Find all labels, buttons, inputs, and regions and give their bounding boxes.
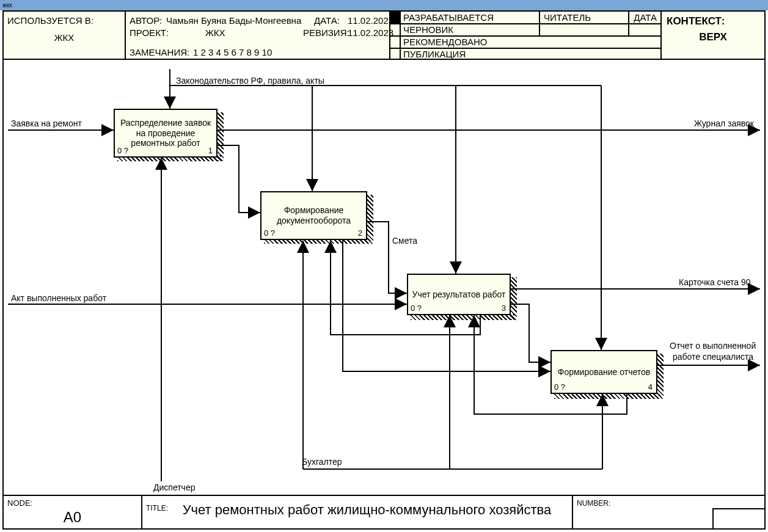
- status-date: ДАТА: [631, 12, 660, 24]
- block3-idx-r: 3: [502, 304, 506, 313]
- context-label: КОНТЕКСТ:: [667, 15, 759, 27]
- output-account-card: Карточка счета 90: [679, 277, 751, 287]
- block3-idx-l: 0 ?: [411, 304, 422, 313]
- used-in-label: ИСПОЛЬЗУЕТСЯ В:: [7, 15, 93, 26]
- date-label: ДАТА:: [314, 15, 340, 26]
- status-publication: ПУБЛИКАЦИЯ: [401, 48, 466, 60]
- block4-idx-r: 4: [648, 382, 653, 392]
- diagram-canvas: Законодательство РФ, правила, акты Заявк…: [4, 60, 764, 495]
- status-developing: РАЗРАБАТЫВАЕТСЯ: [401, 12, 539, 24]
- title-label: TITLE:: [146, 504, 168, 512]
- block-3-wrapper: Учет результатов работ 0 ? 3: [407, 274, 514, 320]
- input-work-act: Акт выполненных работ: [11, 293, 106, 303]
- block2-idx-l: 0 ?: [264, 228, 275, 238]
- context-box: КОНТЕКСТ: ВЕРХ: [660, 12, 764, 60]
- block4-idx-l: 0 ?: [554, 382, 565, 392]
- block2-title: Формирование документооборота: [264, 205, 364, 226]
- context-value: ВЕРХ: [667, 31, 759, 43]
- block4-title: Формирование отчетов: [558, 367, 651, 377]
- number-label: NUMBER:: [577, 499, 610, 508]
- status-table: РАЗРАБАТЫВАЕТСЯ ЧИТАТЕЛЬ ДАТА ЧЕРНОВИК Р…: [390, 12, 660, 60]
- output-request-journal: Журнал заявок: [694, 118, 754, 128]
- block3-title: Учет результатов работ: [412, 290, 506, 300]
- project-label: ПРОЕКТ:: [130, 27, 169, 38]
- block-distribute-requests: Распределение заявок на проведение ремон…: [114, 109, 218, 158]
- notes-value: 1 2 3 4 5 6 7 8 9 10: [193, 47, 272, 57]
- status-draft: ЧЕРНОВИК: [401, 24, 453, 36]
- block-document-flow: Формирование документооборота 0 ? 2: [260, 191, 367, 240]
- node-value: А0: [7, 509, 137, 526]
- project-value: ЖКХ: [205, 27, 225, 38]
- revision-value: 11.02.2023: [348, 27, 393, 38]
- block2-idx-r: 2: [358, 228, 362, 238]
- block-form-reports: Формирование отчетов 0 ? 4: [550, 350, 657, 394]
- output-report-l2: работе специалиста: [673, 352, 753, 362]
- mechanism-dispatcher: Диспетчер: [153, 483, 195, 492]
- date-value: 11.02.2023: [348, 15, 393, 26]
- used-in-value: ЖКХ: [4, 32, 125, 43]
- block1-idx-r: 1: [208, 146, 213, 155]
- control-legislation: Законодательство РФ, правила, акты: [176, 76, 324, 86]
- mechanism-accountant: Бухгалтер: [302, 457, 342, 467]
- footer: NODE: А0 TITLE: Учет ремонтных работ жил…: [4, 495, 764, 528]
- title-value: Учет ремонтных работ жилищно-коммунально…: [183, 502, 552, 517]
- block1-idx-l: 0 ?: [117, 146, 128, 155]
- diagram-frame: ИСПОЛЬЗУЕТСЯ В: ЖКХ АВТОР: Чамьян Буяна …: [2, 10, 766, 530]
- block1-title: Распределение заявок на проведение ремон…: [117, 118, 214, 148]
- status-recommended: РЕКОМЕНДОВАНО: [401, 36, 487, 48]
- header: ИСПОЛЬЗУЕТСЯ В: ЖКХ АВТОР: Чамьян Буяна …: [4, 12, 764, 60]
- revision-label: РЕВИЗИЯ:: [303, 27, 349, 38]
- block-work-results: Учет результатов работ 0 ? 3: [407, 274, 511, 315]
- block-2-wrapper: Формирование документооборота 0 ? 2: [260, 191, 371, 244]
- flow-estimate: Смета: [392, 236, 417, 246]
- output-report-l1: Отчет о выполненной: [670, 341, 756, 351]
- author-label: АВТОР:: [130, 15, 162, 26]
- notes-label: ЗАМЕЧАНИЯ:: [130, 47, 189, 57]
- block-1-wrapper: Распределение заявок на проведение ремон…: [114, 109, 221, 161]
- input-repair-request: Заявка на ремонт: [11, 118, 82, 128]
- status-reader: ЧИТАТЕЛЬ: [541, 12, 631, 24]
- page: жкх ИСПОЛЬЗУЕТСЯ В: ЖКХ АВТОР: Чамьян Бу…: [0, 0, 768, 532]
- window-titlebar: жкх: [0, 0, 768, 10]
- author-value: Чамьян Буяна Бады-Монгеевна: [166, 15, 301, 26]
- node-label: NODE:: [7, 498, 32, 508]
- block-4-wrapper: Формирование отчетов 0 ? 4: [550, 350, 661, 399]
